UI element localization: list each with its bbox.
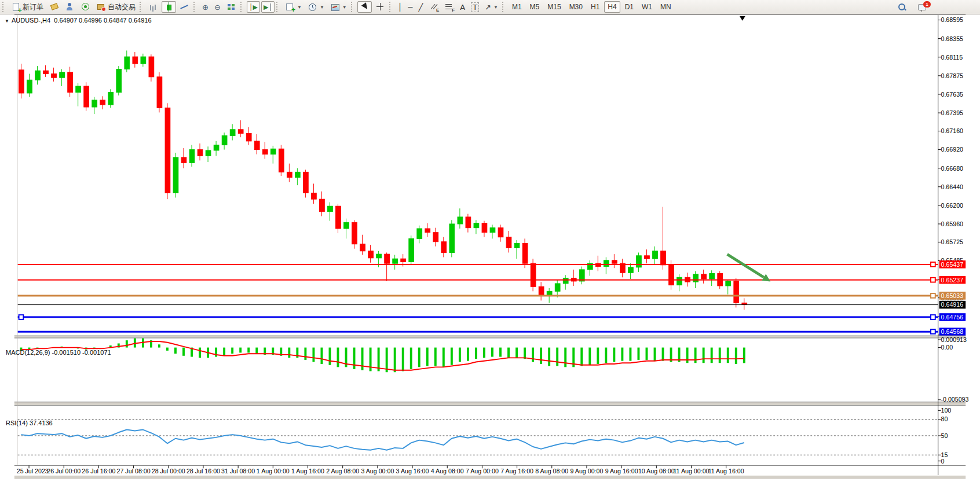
fibonacci-icon: F: [444, 2, 454, 12]
zoom-out-button[interactable]: ⊖: [212, 1, 223, 13]
mt4-window: 新订单 自动交易 ⊕ ⊖ │▶ ▶│ ▼ ▼ ▼ │ ─ ╱ E F A T: [0, 0, 980, 493]
arrows-button[interactable]: ↗▼: [482, 1, 500, 13]
svg-text:0.65725: 0.65725: [941, 238, 963, 245]
search-button[interactable]: [895, 1, 909, 13]
line-chart-button[interactable]: [177, 1, 192, 13]
toolbar-grip[interactable]: [276, 2, 280, 12]
svg-text:0.66440: 0.66440: [941, 183, 963, 190]
svg-text:7 Aug 00:00: 7 Aug 00:00: [466, 468, 499, 474]
text-button[interactable]: A: [458, 1, 467, 13]
periods-button[interactable]: ▼: [305, 1, 327, 13]
timeframe-m15-button[interactable]: M15: [544, 1, 564, 13]
svg-text:80: 80: [941, 415, 948, 422]
trendline-button[interactable]: ╱: [416, 1, 425, 13]
toolbar-grip[interactable]: [193, 2, 197, 12]
tile-windows-button[interactable]: [224, 1, 239, 13]
timeframe-m5-button[interactable]: M5: [526, 1, 543, 13]
svg-text:0.00: 0.00: [941, 344, 953, 351]
ohlc-open: 0.64907: [54, 17, 77, 24]
vertical-line-button[interactable]: │: [396, 1, 405, 13]
svg-text:0.67395: 0.67395: [941, 109, 963, 116]
toolbar-grip[interactable]: [502, 2, 506, 12]
community-button[interactable]: [63, 1, 77, 13]
chart-symbol: AUDUSD-,H4: [12, 17, 50, 24]
svg-text:0.65237: 0.65237: [941, 277, 964, 284]
toolbar-grip[interactable]: [2, 2, 6, 12]
svg-text:0.68115: 0.68115: [941, 54, 963, 61]
svg-text:0.64756: 0.64756: [941, 314, 964, 321]
toolbar-grip[interactable]: [351, 2, 354, 12]
crosshair-button[interactable]: [373, 1, 387, 13]
timeframe-h1-button[interactable]: H1: [587, 1, 603, 13]
svg-text:0.65033: 0.65033: [941, 292, 964, 299]
auto-trading-button[interactable]: 自动交易: [94, 1, 138, 13]
candlestick-chart-button[interactable]: [162, 1, 176, 13]
svg-text:3 Aug 00:00: 3 Aug 00:00: [361, 468, 394, 474]
bar-chart-button[interactable]: [146, 1, 160, 13]
svg-text:4 Aug 08:00: 4 Aug 08:00: [431, 468, 464, 474]
zoom-in-icon: ⊕: [202, 3, 209, 12]
person-icon: [65, 2, 75, 12]
svg-text:11 Aug 00:00: 11 Aug 00:00: [673, 468, 709, 474]
fibonacci-button[interactable]: F: [442, 1, 456, 13]
timeframe-m30-button[interactable]: M30: [566, 1, 586, 13]
text-label-button[interactable]: T: [469, 1, 481, 13]
svg-text:0: 0: [941, 458, 944, 465]
ohlc-high: 0.64996: [79, 17, 102, 24]
indicators-button[interactable]: ▼: [283, 1, 304, 13]
svg-text:0.67635: 0.67635: [941, 91, 963, 98]
ohlc-close: 0.64916: [129, 17, 152, 24]
horizontal-line-icon: ─: [408, 3, 413, 12]
chart-canvas[interactable]: 0.685950.683550.681150.678750.676350.673…: [0, 14, 980, 493]
chart-shift-button[interactable]: ▶│: [261, 1, 275, 13]
pane-separator[interactable]: [14, 402, 966, 406]
zoom-in-button[interactable]: ⊕: [200, 1, 211, 13]
notification-badge: 1: [923, 1, 931, 8]
auto-scroll-button[interactable]: │▶: [247, 1, 260, 13]
line-handle: [931, 293, 935, 298]
chart-area[interactable]: 0.685950.683550.681150.678750.676350.673…: [0, 14, 980, 493]
line-handle: [931, 329, 935, 334]
svg-text:27 Jul 08:00: 27 Jul 08:00: [117, 468, 151, 474]
arrows-icon: ↗: [485, 3, 491, 12]
svg-text:28 Jul 00:00: 28 Jul 00:00: [152, 468, 185, 474]
line-handle: [931, 262, 935, 267]
line-chart-icon: [180, 2, 189, 12]
cursor-button[interactable]: [357, 1, 372, 13]
chat-button[interactable]: 1: [915, 1, 930, 13]
timeframe-w1-button[interactable]: W1: [638, 1, 656, 13]
svg-text:10 Aug 08:00: 10 Aug 08:00: [638, 468, 675, 474]
trendline-icon: ╱: [418, 3, 423, 12]
vertical-line-icon: │: [398, 3, 403, 12]
svg-text:8 Aug 08:00: 8 Aug 08:00: [535, 468, 568, 474]
timeframe-d1-button[interactable]: D1: [621, 1, 637, 13]
toolbar-grip[interactable]: [140, 2, 143, 12]
new-order-button[interactable]: 新订单: [9, 1, 46, 13]
rsi-value: 37.4136: [30, 420, 53, 426]
pencil-icon: [49, 2, 59, 12]
svg-text:0.67160: 0.67160: [941, 127, 963, 134]
svg-text:-0.005093: -0.005093: [941, 396, 968, 403]
svg-text:9 Aug 16:00: 9 Aug 16:00: [605, 468, 638, 474]
timeframe-m1-button[interactable]: M1: [509, 1, 525, 13]
svg-text:31 Jul 08:00: 31 Jul 08:00: [221, 468, 255, 474]
toolbar-grip[interactable]: [240, 2, 244, 12]
chart-title[interactable]: ▼AUDUSD-,H4 0.64907 0.64996 0.64847 0.64…: [5, 17, 152, 24]
chart-menu-caret-icon[interactable]: ▼: [5, 19, 9, 24]
pane-separator[interactable]: [14, 336, 966, 338]
timeframe-h4-button[interactable]: H4: [604, 1, 620, 13]
toolbar-grip[interactable]: [389, 2, 393, 12]
timeframe-mn-button[interactable]: MN: [657, 1, 675, 13]
tile-windows-icon: [226, 2, 236, 12]
equidistant-channel-button[interactable]: E: [426, 1, 441, 13]
metaeditor-button[interactable]: [47, 1, 61, 13]
new-order-label: 新订单: [23, 2, 43, 12]
svg-text:7 Aug 16:00: 7 Aug 16:00: [500, 468, 533, 474]
text-label-icon: T: [471, 2, 479, 12]
svg-text:0.68355: 0.68355: [941, 35, 963, 42]
horizontal-line-button[interactable]: ─: [406, 1, 415, 13]
svg-text:0.000913: 0.000913: [941, 336, 967, 343]
line-handle: [931, 278, 935, 282]
templates-button[interactable]: ▼: [328, 1, 349, 13]
signals-button[interactable]: [78, 1, 93, 13]
